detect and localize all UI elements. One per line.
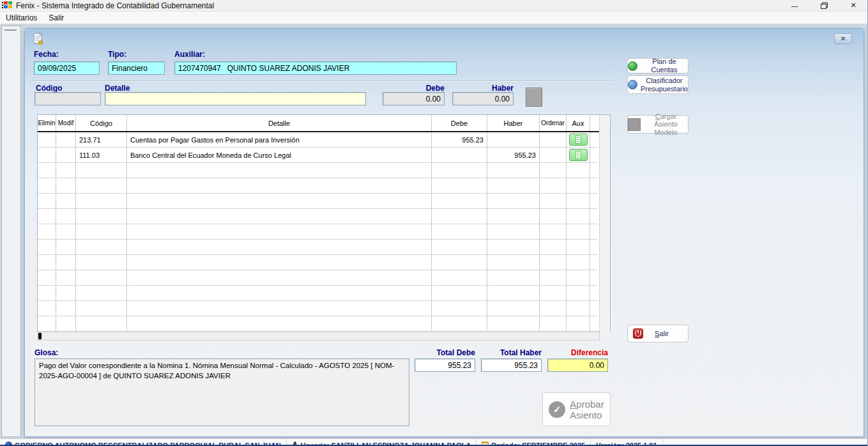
cell-debe [432,178,487,194]
cargar-label-line1: Cargar Asiento [644,112,688,128]
auxiliar-input[interactable]: 1207470947 QUINTO SUAREZ ADONIS JAVIER [174,61,457,75]
menubar: Utilitarios Salir [0,12,868,24]
minimize-button[interactable]: — [780,0,809,11]
mdi-area: ✕ Fecha: Tipo: Auxiliar: 09/09/2025 Fina… [0,24,868,446]
cell-detalle [127,270,432,286]
header-extra [590,115,598,131]
table-row[interactable]: 213.71Cuentas por Pagar Gastos en Person… [38,132,599,148]
left-collapsed-panel[interactable] [1,26,21,437]
fecha-input[interactable]: 09/09/2025 [34,61,100,75]
haber-input[interactable]: 0.00 [452,92,514,105]
cell-detalle [127,163,432,178]
cell-haber [487,316,540,332]
child-close-button[interactable]: ✕ [834,33,852,44]
aprobar-label-line1: Aprobar [570,399,604,410]
plan-de-cuentas-button[interactable]: Plan de Cuentas [627,58,689,73]
cell-codigo [76,255,127,270]
cell-extra [590,148,598,163]
cell-debe [432,209,487,224]
cell-elimin [38,148,56,163]
add-entry-button[interactable] [526,88,542,107]
cell-codigo [76,178,127,194]
debe-input[interactable]: 0.00 [383,92,445,105]
app-logo-icon [2,1,12,10]
cell-codigo [76,240,127,255]
glosa-textarea[interactable]: Pago del Valor correspondiente a la Nomi… [34,358,409,426]
cell-aux [567,178,590,194]
aprobar-asiento-button[interactable]: ✓ Aprobar Asiento [542,392,611,426]
cell-aux [567,301,590,316]
aux-document-icon [575,151,581,159]
header-haber: Haber [487,115,540,131]
cell-codigo [76,270,127,286]
cell-elimin [38,178,56,194]
cell-modif [56,132,76,148]
salir-button[interactable]: Salir [627,325,689,342]
cell-modif [56,270,76,286]
table-row [38,224,599,240]
table-row[interactable]: 111.03Banco Central del Ecuador Moneda d… [38,148,599,163]
codigo-label: Código [36,84,62,93]
cell-detalle [127,316,432,332]
cell-haber: 955.23 [487,148,540,163]
cell-extra [590,209,598,224]
fecha-label: Fecha: [34,50,59,59]
table-row [38,194,599,209]
cell-haber [487,224,540,240]
cell-ordenar [540,194,567,209]
cell-extra [590,286,598,301]
asiento-window: ✕ Fecha: Tipo: Auxiliar: 09/09/2025 Fina… [24,28,864,437]
cell-ordenar [540,240,567,255]
menu-utilitarios[interactable]: Utilitarios [0,12,43,24]
horizontal-scrollbar[interactable] [37,332,600,341]
cell-haber [487,163,540,178]
cell-ordenar [540,301,567,316]
cell-detalle [127,224,432,240]
cell-ordenar [540,148,567,163]
restore-button[interactable] [809,0,839,11]
cell-modif [56,178,76,194]
cell-debe [432,286,487,301]
haber-label: Haber [452,84,514,93]
cell-haber [487,194,540,209]
diferencia-value: 0.00 [547,358,608,372]
cell-extra [590,255,598,270]
cell-aux [567,132,590,148]
detalle-input[interactable] [105,92,366,105]
cell-codigo [76,209,127,224]
cell-modif [56,148,76,163]
cell-modif [56,286,76,301]
cell-elimin [38,301,56,316]
menu-salir[interactable]: Salir [43,12,70,24]
tipo-label: Tipo: [108,50,126,59]
cell-modif [56,224,76,240]
total-haber-value: 955.23 [481,358,542,372]
cell-aux [567,194,590,209]
cell-ordenar [540,270,567,286]
close-button[interactable]: ✕ [839,0,868,11]
scrollbar-thumb[interactable] [38,333,42,339]
salir-label: Salir [655,330,669,338]
debe-label: Debe [383,84,445,93]
cell-elimin [38,270,56,286]
cell-extra [590,178,598,194]
aux-button[interactable] [569,134,588,146]
tipo-input[interactable]: Financiero [108,61,165,75]
window-titlebar: Fenix - Sistema Integrado de Contabilida… [0,0,868,12]
cell-extra [590,301,598,316]
codigo-input[interactable] [34,92,101,105]
vertical-scrollbar[interactable] [599,115,610,332]
cell-debe [432,301,487,316]
clasificador-label-line2: Presupuestario [641,85,688,93]
cell-detalle [127,240,432,255]
glosa-label: Glosa: [34,348,58,357]
aprobar-label-line2: Asiento [570,410,602,420]
cell-debe [432,270,487,286]
cell-extra [590,316,598,332]
aux-button[interactable] [569,149,588,161]
entries-table-body: 213.71Cuentas por Pagar Gastos en Person… [38,132,599,332]
header-aux: Aux [567,115,590,131]
clasificador-presupuestario-button[interactable]: Clasificador Presupuestario [627,75,689,94]
cell-elimin [38,132,56,148]
cargar-asiento-modelo-button[interactable]: Cargar Asiento Modelo [627,115,689,134]
